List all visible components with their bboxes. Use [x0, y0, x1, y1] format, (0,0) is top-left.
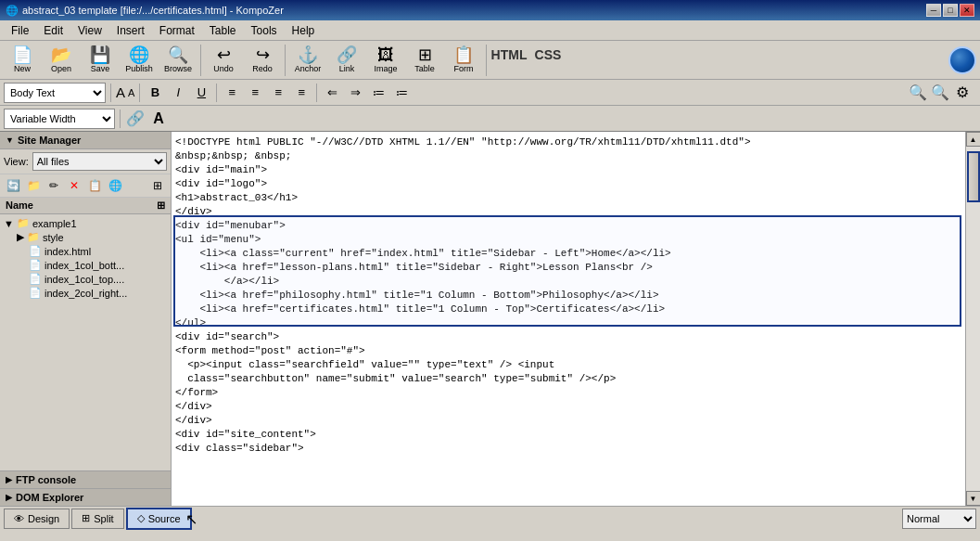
redo-label: Redo	[252, 64, 273, 73]
sm-edit-button[interactable]: ✏	[45, 176, 63, 195]
menu-bar: File Edit View Insert Format Table Tools…	[0, 20, 980, 41]
style-select[interactable]: Body Text	[4, 83, 106, 103]
menu-table[interactable]: Table	[202, 22, 244, 39]
zoom-out-button[interactable]: 🔍	[930, 83, 950, 103]
file-icon: 📄	[29, 259, 42, 271]
sm-toolbar: 🔄 📁 ✏ ✕ 📋 🌐 ⊞	[0, 174, 171, 198]
code-line: &nbsp;&nbsp; &nbsp;	[175, 149, 963, 163]
font-size-large: A	[116, 84, 125, 100]
title-bar-controls[interactable]: ─ □ ✕	[926, 4, 974, 17]
minimize-button[interactable]: ─	[926, 4, 941, 17]
number-list-button[interactable]: ≔	[391, 83, 412, 103]
tree-item-index[interactable]: 📄 index.html	[13, 244, 171, 258]
dom-collapse-icon[interactable]: ▶	[6, 493, 12, 502]
sm-copy-button[interactable]: 📋	[85, 176, 104, 195]
align-center-button[interactable]: ≡	[245, 83, 265, 103]
code-line: </div>	[175, 400, 963, 414]
zoom-in-button[interactable]: 🔍	[908, 83, 928, 103]
menu-edit[interactable]: Edit	[36, 22, 70, 39]
file-tree[interactable]: ▼ 📁 example1 ▶ 📁 style 📄 index.html 📄 in…	[0, 214, 171, 470]
html-button[interactable]: HTML HTML	[490, 43, 528, 78]
scroll-up-arrow[interactable]: ▲	[966, 132, 981, 147]
indent-more-button[interactable]: ⇒	[345, 83, 365, 103]
tree-item-style[interactable]: ▶ 📁 style	[13, 230, 171, 244]
tree-item-index2col-right[interactable]: 📄 index_2col_right...	[13, 286, 171, 300]
maximize-button[interactable]: □	[943, 4, 958, 17]
format-toolbar: Body Text A A B I U ≡ ≡ ≡ ≡ ⇐ ⇒ ≔ ≔ 🔍 🔍 …	[0, 80, 980, 106]
file-icon: 📄	[29, 273, 42, 285]
align-right-button[interactable]: ≡	[268, 83, 288, 103]
code-line: <div class="sidebar">	[175, 442, 963, 456]
editor-scrollbar[interactable]: ▲ ▼	[965, 132, 980, 506]
sm-refresh-button[interactable]: 🔄	[4, 176, 22, 195]
italic-button[interactable]: I	[168, 83, 188, 103]
sm-delete-button[interactable]: ✕	[65, 176, 83, 195]
scroll-thumb[interactable]	[967, 151, 980, 202]
scroll-down-arrow[interactable]: ▼	[966, 491, 981, 506]
css-button[interactable]: CSS CSS	[529, 43, 566, 78]
anchor-icon: ⚓	[298, 45, 318, 64]
normal-select[interactable]: Normal Preview	[902, 509, 976, 529]
split-icon: ⊞	[82, 512, 90, 524]
browse-button[interactable]: 🔍 Browse	[159, 43, 197, 78]
format-sep-3	[216, 84, 217, 102]
sm-expand-icon[interactable]: ⊞	[157, 200, 165, 212]
site-manager-collapse-icon[interactable]: ▼	[6, 135, 14, 145]
tree-item-index1col-top[interactable]: 📄 index_1col_top....	[13, 272, 171, 286]
align-justify-button[interactable]: ≡	[291, 83, 312, 103]
link2-button[interactable]: 🔗	[125, 109, 146, 129]
bullet-list-button[interactable]: ≔	[368, 83, 388, 103]
ftp-console-header[interactable]: ▶ FTP console	[0, 470, 171, 488]
image-icon: 🖼	[377, 45, 394, 64]
code-line: <h1>abstract_03</h1>	[175, 191, 963, 205]
dom-explorer-header[interactable]: ▶ DOM Explorer	[0, 488, 171, 506]
sidebar: ▼ Site Manager View: All files 🔄 📁 ✏ ✕ 📋…	[0, 132, 172, 506]
source-tab-label: Source	[148, 513, 181, 524]
sm-new-folder-button[interactable]: 📁	[24, 176, 43, 195]
anchor-button[interactable]: ⚓ Anchor	[289, 43, 326, 78]
menu-view[interactable]: View	[70, 22, 109, 39]
scroll-track[interactable]	[966, 147, 981, 491]
sm-expand-button[interactable]: ⊞	[148, 176, 167, 195]
open-button[interactable]: 📂 Open	[43, 43, 80, 78]
indent-less-button[interactable]: ⇐	[322, 83, 342, 103]
close-button[interactable]: ✕	[960, 4, 974, 17]
ftp-collapse-icon[interactable]: ▶	[6, 475, 12, 484]
menu-help[interactable]: Help	[285, 22, 323, 39]
menu-file[interactable]: File	[4, 22, 36, 39]
tab-design[interactable]: 👁 Design	[4, 509, 70, 529]
link-button[interactable]: 🔗 Link	[328, 43, 365, 78]
css-icon: CSS	[535, 45, 562, 64]
underline-button[interactable]: U	[191, 83, 211, 103]
width-select[interactable]: Variable Width	[4, 109, 115, 129]
img2-button[interactable]: A	[148, 109, 169, 129]
menu-insert[interactable]: Insert	[109, 22, 152, 39]
undo-button[interactable]: ↩ Undo	[205, 43, 242, 78]
code-editor[interactable]: <!DOCTYPE html PUBLIC "-//W3C//DTD XHTML…	[172, 132, 980, 506]
sm-name-col: Name	[6, 200, 33, 212]
bold-button[interactable]: B	[145, 83, 165, 103]
table-icon: ⊞	[418, 45, 432, 64]
menu-format[interactable]: Format	[152, 22, 202, 39]
form-button[interactable]: 📋 Form	[445, 43, 482, 78]
tab-source[interactable]: ◇ Source ↖	[126, 508, 192, 530]
image-button[interactable]: 🖼 Image	[367, 43, 404, 78]
settings-button[interactable]: ⚙	[952, 83, 973, 103]
status-right: Normal Preview	[902, 509, 976, 529]
sm-connect-button[interactable]: 🌐	[106, 176, 124, 195]
redo-button[interactable]: ↪ Redo	[244, 43, 281, 78]
tree-item-index1col-bott[interactable]: 📄 index_1col_bott...	[13, 258, 171, 272]
publish-button[interactable]: 🌐 Publish	[121, 43, 158, 78]
undo-label: Undo	[213, 64, 234, 73]
tab-split[interactable]: ⊞ Split	[71, 509, 123, 529]
undo-icon: ↩	[217, 45, 231, 64]
menu-tools[interactable]: Tools	[244, 22, 285, 39]
table-button[interactable]: ⊞ Table	[406, 43, 443, 78]
align-left-button[interactable]: ≡	[222, 83, 242, 103]
browse-label: Browse	[164, 64, 192, 73]
tree-item-example1[interactable]: ▼ 📁 example1	[0, 216, 171, 230]
new-button[interactable]: 📄 New	[4, 43, 41, 78]
code-line: <li><a class="current" href="index.html"…	[175, 247, 963, 261]
save-button[interactable]: 💾 Save	[82, 43, 119, 78]
view-select[interactable]: All files	[32, 152, 167, 171]
